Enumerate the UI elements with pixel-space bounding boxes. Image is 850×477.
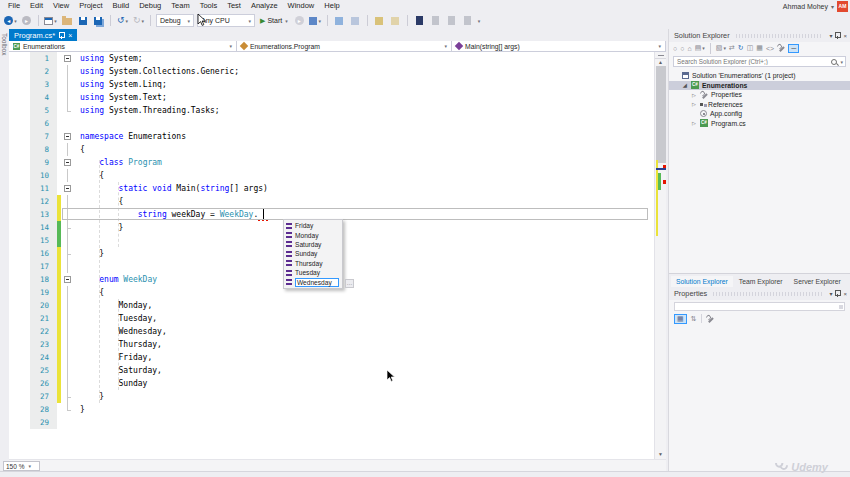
menu-item-build[interactable]: Build	[108, 1, 135, 10]
code-line-20[interactable]: 20 Monday,	[9, 299, 654, 312]
toolbar-overflow-button[interactable]: ▾	[478, 18, 481, 24]
attach-button[interactable]: ▸	[293, 14, 306, 27]
scroll-down-arrow[interactable]: ▼	[655, 449, 666, 459]
navigate-forward-button[interactable]: ▸	[20, 14, 33, 27]
alphabetical-sort-icon[interactable]: ⇅	[691, 315, 697, 323]
back-circle-icon[interactable]: ○	[673, 45, 677, 52]
completion-item-thursday[interactable]: Thursday	[284, 259, 342, 268]
property-pages-wrench-icon[interactable]	[706, 315, 714, 323]
properties-object-dropdown[interactable]	[674, 302, 845, 311]
menu-item-tools[interactable]: Tools	[195, 1, 223, 10]
sync-with-active-document-icon[interactable]: ⇄	[729, 44, 735, 52]
undo-button[interactable]: ↺▾	[116, 14, 129, 27]
clear-bookmarks-button[interactable]	[461, 14, 474, 27]
account-control[interactable]: Ahmad Mohey ▾ AM	[783, 1, 850, 12]
code-line-22[interactable]: 22 Wednesday,	[9, 325, 654, 338]
tree-item-properties[interactable]: ▷Properties	[669, 90, 850, 100]
solution-platform-dropdown[interactable]: Any CPU▾	[197, 14, 255, 27]
pin-icon[interactable]	[835, 290, 840, 297]
nest-icon[interactable]: ◫	[747, 44, 754, 52]
uncomment-button[interactable]	[389, 14, 402, 27]
window-menu-icon[interactable]: ▾	[829, 32, 832, 39]
pin-icon[interactable]	[835, 32, 840, 39]
prev-bookmark-button[interactable]	[429, 14, 442, 27]
solution-configuration-dropdown[interactable]: Debug▾	[156, 14, 194, 27]
avatar[interactable]: AM	[837, 1, 848, 12]
save-all-button[interactable]	[92, 14, 105, 27]
expander-icon[interactable]: ▷	[691, 92, 697, 98]
code-line-9[interactable]: 9 class Program	[9, 156, 654, 169]
properties-wrench-icon[interactable]	[777, 44, 785, 52]
outlining-margin[interactable]	[61, 273, 75, 286]
find-in-files-button[interactable]	[333, 14, 346, 27]
tree-item-app-config[interactable]: App.config	[669, 109, 850, 119]
code-line-29[interactable]: 29	[9, 416, 654, 429]
code-line-3[interactable]: 3using System.Linq;	[9, 78, 654, 91]
code-line-12[interactable]: 12 {	[9, 195, 654, 208]
new-project-button[interactable]: ▾	[44, 14, 57, 27]
tree-item-program-cs[interactable]: ▷C#Program.cs	[669, 119, 850, 129]
outlining-margin[interactable]	[61, 182, 75, 195]
completion-item-wednesday[interactable]: Wednesday	[284, 277, 342, 286]
code-line-10[interactable]: 10 {	[9, 169, 654, 182]
preview-selected-items-icon[interactable]: ─	[788, 44, 799, 53]
start-debugging-button[interactable]: ▶Start▾	[258, 17, 290, 25]
splitter-handle[interactable]	[655, 52, 666, 59]
completion-item-monday[interactable]: Monday	[284, 230, 342, 239]
menu-item-project[interactable]: Project	[74, 1, 107, 10]
code-line-2[interactable]: 2using System.Collections.Generic;	[9, 65, 654, 78]
comment-button[interactable]	[373, 14, 386, 27]
tree-item-references[interactable]: ▷References	[669, 100, 850, 110]
code-line-28[interactable]: 28}	[9, 403, 654, 416]
categorized-icon[interactable]: ▦	[674, 314, 687, 324]
type-dropdown[interactable]: Enumerations.Program▾	[237, 41, 452, 51]
expander-icon[interactable]: ▷	[691, 120, 697, 126]
open-file-button[interactable]	[60, 14, 73, 27]
project-dropdown[interactable]: C# Enumerations▾	[9, 41, 237, 51]
code-line-6[interactable]: 6	[9, 117, 654, 130]
refresh-icon[interactable]: ↻	[738, 44, 744, 52]
code-line-26[interactable]: 26 Sunday	[9, 377, 654, 390]
code-line-27[interactable]: 27 }	[9, 390, 654, 403]
completion-item-saturday[interactable]: Saturday	[284, 240, 342, 249]
intellisense-more-button[interactable]: …	[345, 279, 354, 288]
collapse-region-icon[interactable]	[64, 159, 71, 166]
completion-item-tuesday[interactable]: Tuesday	[284, 268, 342, 277]
menu-item-debug[interactable]: Debug	[134, 1, 166, 10]
home-icon[interactable]: ⌂	[687, 45, 691, 52]
vertical-scrollbar[interactable]: ▲ ▼	[654, 52, 666, 459]
toggle-bookmark-button[interactable]	[413, 14, 426, 27]
menu-item-window[interactable]: Window	[283, 1, 320, 10]
tab-team-explorer[interactable]: Team Explorer	[734, 276, 788, 287]
pending-changes-filter-icon[interactable]: ▧▾	[716, 44, 726, 52]
collapse-region-icon[interactable]	[64, 133, 71, 140]
menu-item-team[interactable]: Team	[166, 1, 194, 10]
tab-program-cs[interactable]: Program.cs* ×	[9, 29, 77, 41]
redo-button[interactable]: ↻▾	[132, 14, 145, 27]
menu-item-help[interactable]: Help	[319, 1, 344, 10]
switch-views-icon[interactable]: ▤▾	[695, 44, 705, 52]
code-line-8[interactable]: 8{	[9, 143, 654, 156]
code-line-4[interactable]: 4using System.Text;	[9, 91, 654, 104]
completion-item-friday[interactable]: Friday	[284, 221, 342, 230]
menu-item-analyze[interactable]: Analyze	[246, 1, 283, 10]
completion-item-sunday[interactable]: Sunday	[284, 249, 342, 258]
close-icon[interactable]: ×	[68, 32, 72, 39]
menu-item-file[interactable]: File	[3, 1, 25, 10]
collapse-region-icon[interactable]	[64, 55, 71, 62]
code-line-5[interactable]: 5using System.Threading.Tasks;	[9, 104, 654, 117]
expander-icon[interactable]: ◢	[682, 82, 688, 88]
editor-zoom-dropdown[interactable]: 150 %▾	[3, 461, 40, 471]
close-icon[interactable]: ×	[843, 291, 847, 297]
code-line-24[interactable]: 24 Friday,	[9, 351, 654, 364]
menu-item-test[interactable]: Test	[222, 1, 246, 10]
search-input[interactable]	[674, 58, 831, 65]
quick-actions-button[interactable]: ▾	[309, 14, 322, 27]
search-options-icon[interactable]: ▾	[840, 59, 843, 65]
pin-icon[interactable]	[59, 32, 64, 39]
toolbox-side-tab[interactable]: Toolbox	[0, 29, 9, 471]
code-line-1[interactable]: 1using System;	[9, 52, 654, 65]
collapse-region-icon[interactable]	[64, 276, 71, 283]
collapse-region-icon[interactable]	[64, 185, 71, 192]
forward-circle-icon[interactable]: ○	[680, 45, 684, 52]
